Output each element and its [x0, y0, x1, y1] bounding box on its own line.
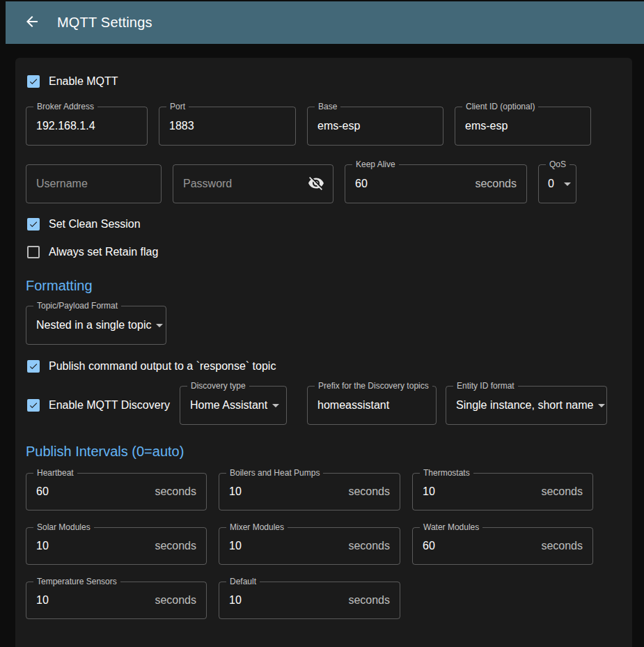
port-label: Port — [166, 102, 189, 111]
page-title: MQTT Settings — [57, 15, 152, 31]
keep-alive-label: Keep Alive — [352, 159, 399, 169]
seconds-suffix: seconds — [155, 485, 206, 498]
thermostats-value[interactable]: 10 — [413, 485, 541, 498]
discovery-prefix-field: Prefix for the Discovery topics — [307, 386, 437, 425]
entity-format-value: Single instance, short name — [446, 399, 593, 412]
default-interval-field: Default 10 seconds — [219, 582, 400, 619]
keep-alive-suffix: seconds — [475, 178, 526, 190]
enable-discovery-label: Enable MQTT Discovery — [49, 399, 170, 412]
dropdown-arrow-icon — [559, 176, 576, 192]
seconds-suffix: seconds — [348, 594, 400, 607]
publish-response-row: Publish command output to a `response` t… — [26, 358, 622, 375]
dropdown-arrow-icon — [151, 317, 168, 334]
heartbeat-label: Heartbeat — [33, 468, 77, 478]
boilers-label: Boilers and Heat Pumps — [226, 468, 323, 478]
temperature-interval-field: Temperature Sensors 10 seconds — [26, 582, 207, 619]
enable-mqtt-checkbox[interactable] — [27, 75, 40, 88]
mixer-interval-field: Mixer Modules 10 seconds — [219, 527, 400, 565]
seconds-suffix: seconds — [541, 485, 592, 498]
heartbeat-interval-field: Heartbeat 60 seconds — [26, 473, 207, 510]
entity-format-label: Entity ID format — [453, 381, 518, 391]
client-id-input[interactable] — [455, 107, 590, 145]
credentials-row: Keep Alive 60 seconds QoS 0 — [26, 164, 622, 203]
solar-value[interactable]: 10 — [26, 540, 155, 552]
boilers-interval-field: Boilers and Heat Pumps 10 seconds — [219, 473, 400, 510]
check-icon — [29, 219, 38, 230]
enable-discovery-row: Enable MQTT Discovery — [26, 397, 180, 414]
thermostats-label: Thermostats — [420, 468, 473, 478]
boilers-value[interactable]: 10 — [219, 485, 348, 498]
enable-discovery-checkbox[interactable] — [27, 399, 40, 412]
discovery-row: Enable MQTT Discovery Discovery type Hom… — [26, 386, 622, 425]
publish-response-label: Publish command output to a `response` t… — [49, 360, 276, 373]
settings-panel: Enable MQTT Broker Address Port Base Cli… — [15, 58, 632, 647]
seconds-suffix: seconds — [348, 485, 400, 498]
qos-label: QoS — [546, 159, 570, 169]
mixer-label: Mixer Modules — [226, 522, 288, 532]
water-label: Water Modules — [420, 522, 482, 532]
seconds-suffix: seconds — [541, 540, 592, 552]
seconds-suffix: seconds — [155, 594, 206, 607]
solar-interval-field: Solar Modules 10 seconds — [26, 527, 207, 565]
dropdown-arrow-icon — [593, 397, 610, 414]
keep-alive-value[interactable]: 60 — [345, 178, 475, 190]
always-retain-row: Always set Retain flag — [26, 244, 622, 260]
arrow-back-icon — [24, 13, 40, 32]
base-field: Base — [307, 107, 443, 146]
set-clean-session-label: Set Clean Session — [49, 218, 141, 231]
discovery-type-label: Discovery type — [187, 381, 249, 391]
entity-format-select[interactable]: Entity ID format Single instance, short … — [446, 386, 607, 425]
visibility-off-icon — [308, 175, 324, 194]
toggle-password-visibility-button[interactable] — [302, 170, 330, 198]
broker-row: Broker Address Port Base Client ID (opti… — [26, 107, 622, 146]
publish-response-checkbox[interactable] — [27, 360, 40, 373]
discovery-prefix-input[interactable] — [308, 387, 436, 424]
qos-value: 0 — [539, 178, 559, 190]
qos-select[interactable]: QoS 0 — [538, 164, 576, 203]
heartbeat-value[interactable]: 60 — [26, 485, 155, 498]
temperature-value[interactable]: 10 — [26, 594, 155, 607]
broker-address-input[interactable] — [26, 107, 147, 145]
thermostats-interval-field: Thermostats 10 seconds — [412, 473, 593, 510]
port-field: Port — [159, 107, 296, 146]
base-label: Base — [315, 102, 340, 111]
default-value[interactable]: 10 — [219, 594, 348, 607]
water-value[interactable]: 60 — [413, 540, 541, 552]
port-input[interactable] — [159, 107, 295, 145]
solar-label: Solar Modules — [33, 522, 94, 532]
always-retain-label: Always set Retain flag — [49, 246, 158, 258]
client-id-field: Client ID (optional) — [455, 107, 591, 146]
discovery-prefix-label: Prefix for the Discovery topics — [315, 381, 432, 391]
set-clean-session-row: Set Clean Session — [26, 216, 622, 233]
dropdown-arrow-icon — [267, 397, 284, 414]
discovery-type-select[interactable]: Discovery type Home Assistant — [180, 386, 287, 425]
client-id-label: Client ID (optional) — [462, 102, 538, 111]
set-clean-session-checkbox[interactable] — [27, 218, 40, 231]
keep-alive-field: Keep Alive 60 seconds — [345, 164, 527, 203]
base-input[interactable] — [308, 107, 443, 145]
broker-address-field: Broker Address — [26, 107, 148, 146]
publish-intervals-heading: Publish Intervals (0=auto) — [26, 443, 622, 460]
temperature-label: Temperature Sensors — [33, 577, 120, 586]
formatting-heading: Formatting — [26, 277, 622, 294]
back-button[interactable] — [18, 9, 46, 37]
enable-mqtt-label: Enable MQTT — [49, 75, 118, 88]
seconds-suffix: seconds — [155, 540, 206, 552]
topic-format-value: Nested in a single topic — [26, 319, 151, 332]
water-interval-field: Water Modules 60 seconds — [412, 527, 593, 565]
topic-format-select[interactable]: Topic/Payload Format Nested in a single … — [26, 306, 166, 345]
discovery-type-value: Home Assistant — [180, 399, 267, 412]
check-icon — [29, 76, 38, 87]
username-input[interactable] — [26, 165, 161, 203]
password-input[interactable] — [173, 165, 302, 203]
check-icon — [29, 361, 38, 372]
intervals-grid: Heartbeat 60 seconds Boilers and Heat Pu… — [26, 473, 622, 619]
mixer-value[interactable]: 10 — [219, 540, 348, 552]
topic-format-label: Topic/Payload Format — [33, 301, 121, 311]
always-retain-checkbox[interactable] — [27, 246, 40, 258]
default-label: Default — [226, 577, 260, 586]
username-field — [26, 164, 162, 203]
check-icon — [29, 400, 38, 411]
seconds-suffix: seconds — [348, 540, 400, 552]
enable-mqtt-row: Enable MQTT — [26, 73, 622, 90]
